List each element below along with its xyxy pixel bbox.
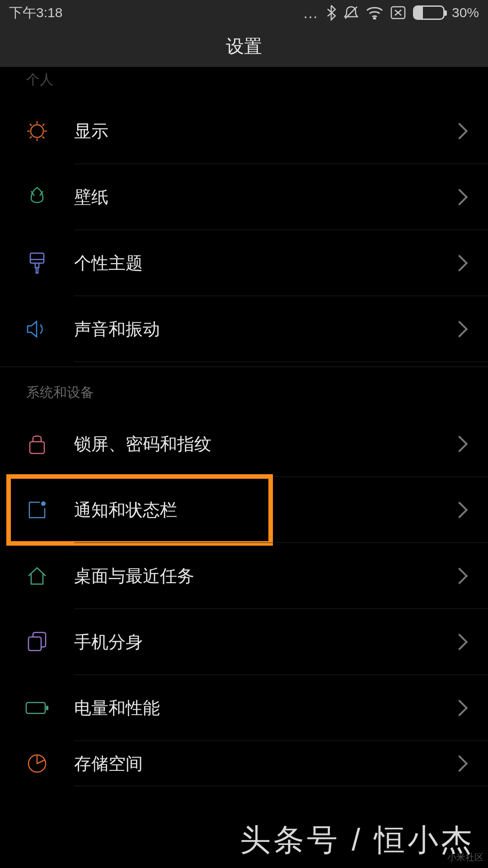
row-label: 壁纸: [74, 186, 454, 209]
svg-point-6: [41, 501, 46, 506]
clone-icon: [24, 629, 50, 655]
chevron-right-icon: [451, 568, 468, 585]
row-second-space[interactable]: 手机分身: [0, 609, 488, 675]
notify-icon: [24, 497, 50, 523]
mute-icon: [343, 5, 359, 20]
watermark-main: 头条号 / 恒小杰: [240, 820, 474, 861]
home-icon: [24, 563, 50, 589]
chevron-right-icon: [451, 502, 468, 519]
svg-point-1: [374, 18, 375, 19]
lock-icon: [24, 431, 50, 457]
row-battery[interactable]: 电量和性能: [0, 675, 488, 741]
svg-rect-5: [30, 442, 44, 453]
chevron-right-icon: [451, 255, 468, 272]
tulip-icon: [24, 184, 50, 210]
battery-icon: [413, 5, 445, 20]
battery-icon: [24, 695, 50, 721]
row-label: 声音和振动: [74, 318, 454, 341]
row-theme[interactable]: 个性主题: [0, 230, 488, 296]
svg-rect-7: [28, 637, 41, 651]
row-label: 锁屏、密码和指纹: [74, 433, 454, 456]
chevron-right-icon: [451, 755, 468, 772]
svg-point-3: [31, 125, 43, 137]
svg-rect-9: [46, 706, 48, 710]
pie-icon: [24, 751, 50, 776]
section-label-system: 系统和设备: [0, 367, 488, 411]
svg-rect-4: [30, 253, 44, 263]
wifi-icon: [366, 6, 383, 19]
svg-rect-8: [26, 703, 45, 713]
status-time: 下午3:18: [9, 4, 62, 22]
row-lockscreen[interactable]: 锁屏、密码和指纹: [0, 411, 488, 477]
row-wallpaper[interactable]: 壁纸: [0, 164, 488, 230]
row-label: 手机分身: [74, 631, 454, 654]
status-icons: … 30%: [303, 4, 479, 22]
chevron-right-icon: [451, 436, 468, 453]
bluetooth-icon: [326, 5, 336, 21]
page-title-bar: 设置: [0, 25, 488, 67]
row-desktop[interactable]: 桌面与最近任务: [0, 543, 488, 609]
row-label: 电量和性能: [74, 697, 454, 720]
section-label-personal: 个人: [0, 67, 488, 98]
row-label: 显示: [74, 120, 454, 143]
brush-icon: [24, 250, 50, 276]
row-display[interactable]: 显示: [0, 98, 488, 164]
sim-icon: [390, 6, 406, 19]
row-notifications[interactable]: 通知和状态栏: [0, 477, 488, 543]
row-label: 存储空间: [74, 752, 454, 775]
page-title: 设置: [226, 34, 262, 59]
row-label: 个性主题: [74, 252, 454, 275]
row-label: 通知和状态栏: [74, 499, 454, 522]
sun-icon: [24, 118, 50, 144]
chevron-right-icon: [451, 634, 468, 651]
more-icon: …: [303, 4, 319, 22]
row-sound[interactable]: 声音和振动: [0, 296, 488, 362]
row-label: 桌面与最近任务: [74, 565, 454, 588]
chevron-right-icon: [451, 321, 468, 338]
chevron-right-icon: [451, 189, 468, 206]
speaker-icon: [24, 316, 50, 342]
watermark-small: 小米社区: [447, 851, 483, 863]
chevron-right-icon: [451, 123, 468, 140]
status-bar: 下午3:18 … 30%: [0, 0, 488, 25]
chevron-right-icon: [451, 700, 468, 717]
battery-percent: 30%: [452, 5, 479, 20]
row-storage[interactable]: 存储空间: [0, 741, 488, 786]
